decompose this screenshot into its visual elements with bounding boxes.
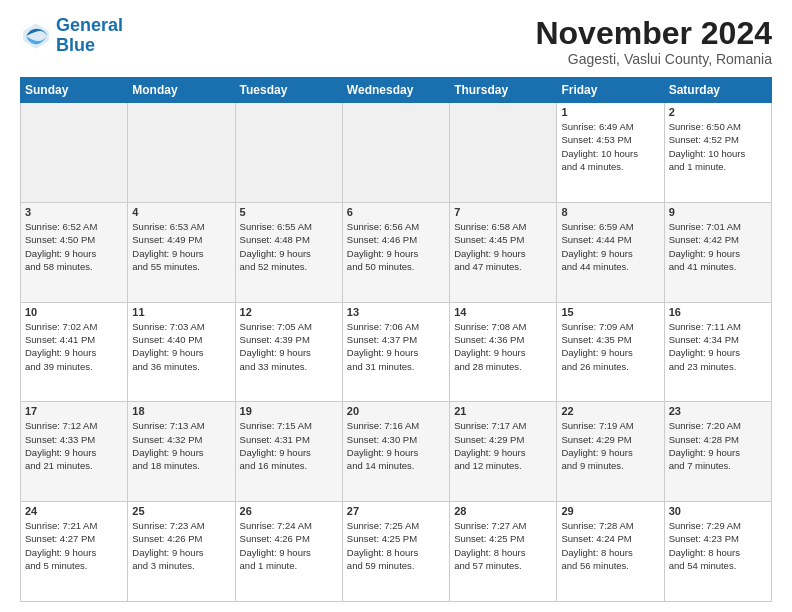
calendar-cell: 1Sunrise: 6:49 AM Sunset: 4:53 PM Daylig… [557,103,664,203]
day-info: Sunrise: 7:11 AM Sunset: 4:34 PM Dayligh… [669,320,767,373]
day-number: 26 [240,505,338,517]
calendar-cell [342,103,449,203]
day-info: Sunrise: 7:23 AM Sunset: 4:26 PM Dayligh… [132,519,230,572]
day-number: 30 [669,505,767,517]
day-number: 7 [454,206,552,218]
day-number: 15 [561,306,659,318]
header: General Blue November 2024 Gagesti, Vasl… [20,16,772,67]
day-info: Sunrise: 6:58 AM Sunset: 4:45 PM Dayligh… [454,220,552,273]
calendar-cell: 2Sunrise: 6:50 AM Sunset: 4:52 PM Daylig… [664,103,771,203]
month-title: November 2024 [535,16,772,51]
day-number: 11 [132,306,230,318]
calendar-week-5: 24Sunrise: 7:21 AM Sunset: 4:27 PM Dayli… [21,502,772,602]
day-info: Sunrise: 7:28 AM Sunset: 4:24 PM Dayligh… [561,519,659,572]
day-info: Sunrise: 6:53 AM Sunset: 4:49 PM Dayligh… [132,220,230,273]
page: General Blue November 2024 Gagesti, Vasl… [0,0,792,612]
title-block: November 2024 Gagesti, Vaslui County, Ro… [535,16,772,67]
day-number: 3 [25,206,123,218]
day-number: 12 [240,306,338,318]
calendar-cell [128,103,235,203]
day-number: 8 [561,206,659,218]
day-info: Sunrise: 7:19 AM Sunset: 4:29 PM Dayligh… [561,419,659,472]
day-number: 5 [240,206,338,218]
calendar-cell: 5Sunrise: 6:55 AM Sunset: 4:48 PM Daylig… [235,202,342,302]
day-info: Sunrise: 6:49 AM Sunset: 4:53 PM Dayligh… [561,120,659,173]
day-info: Sunrise: 7:08 AM Sunset: 4:36 PM Dayligh… [454,320,552,373]
calendar-cell: 27Sunrise: 7:25 AM Sunset: 4:25 PM Dayli… [342,502,449,602]
calendar-cell: 23Sunrise: 7:20 AM Sunset: 4:28 PM Dayli… [664,402,771,502]
day-number: 13 [347,306,445,318]
calendar-cell: 13Sunrise: 7:06 AM Sunset: 4:37 PM Dayli… [342,302,449,402]
logo-text: General Blue [56,16,123,56]
calendar-cell: 29Sunrise: 7:28 AM Sunset: 4:24 PM Dayli… [557,502,664,602]
calendar-cell [450,103,557,203]
day-number: 2 [669,106,767,118]
day-info: Sunrise: 7:17 AM Sunset: 4:29 PM Dayligh… [454,419,552,472]
col-thursday: Thursday [450,78,557,103]
day-info: Sunrise: 7:21 AM Sunset: 4:27 PM Dayligh… [25,519,123,572]
day-info: Sunrise: 7:02 AM Sunset: 4:41 PM Dayligh… [25,320,123,373]
logo-icon [20,20,52,52]
calendar-week-2: 3Sunrise: 6:52 AM Sunset: 4:50 PM Daylig… [21,202,772,302]
calendar-cell: 24Sunrise: 7:21 AM Sunset: 4:27 PM Dayli… [21,502,128,602]
calendar-header-row: Sunday Monday Tuesday Wednesday Thursday… [21,78,772,103]
day-info: Sunrise: 7:15 AM Sunset: 4:31 PM Dayligh… [240,419,338,472]
svg-marker-0 [23,23,49,49]
calendar-cell: 4Sunrise: 6:53 AM Sunset: 4:49 PM Daylig… [128,202,235,302]
day-info: Sunrise: 7:01 AM Sunset: 4:42 PM Dayligh… [669,220,767,273]
calendar-cell: 19Sunrise: 7:15 AM Sunset: 4:31 PM Dayli… [235,402,342,502]
day-number: 29 [561,505,659,517]
calendar-cell: 7Sunrise: 6:58 AM Sunset: 4:45 PM Daylig… [450,202,557,302]
day-number: 18 [132,405,230,417]
calendar-week-4: 17Sunrise: 7:12 AM Sunset: 4:33 PM Dayli… [21,402,772,502]
day-number: 4 [132,206,230,218]
day-number: 1 [561,106,659,118]
day-number: 21 [454,405,552,417]
calendar-cell: 22Sunrise: 7:19 AM Sunset: 4:29 PM Dayli… [557,402,664,502]
day-number: 9 [669,206,767,218]
calendar-cell: 20Sunrise: 7:16 AM Sunset: 4:30 PM Dayli… [342,402,449,502]
calendar-cell: 9Sunrise: 7:01 AM Sunset: 4:42 PM Daylig… [664,202,771,302]
calendar-cell [235,103,342,203]
day-info: Sunrise: 7:06 AM Sunset: 4:37 PM Dayligh… [347,320,445,373]
col-tuesday: Tuesday [235,78,342,103]
col-saturday: Saturday [664,78,771,103]
day-info: Sunrise: 7:27 AM Sunset: 4:25 PM Dayligh… [454,519,552,572]
day-info: Sunrise: 7:16 AM Sunset: 4:30 PM Dayligh… [347,419,445,472]
day-number: 16 [669,306,767,318]
day-info: Sunrise: 7:25 AM Sunset: 4:25 PM Dayligh… [347,519,445,572]
calendar-cell: 8Sunrise: 6:59 AM Sunset: 4:44 PM Daylig… [557,202,664,302]
calendar-cell: 28Sunrise: 7:27 AM Sunset: 4:25 PM Dayli… [450,502,557,602]
logo-line2: Blue [56,36,123,56]
day-number: 6 [347,206,445,218]
logo-line1: General [56,15,123,35]
col-monday: Monday [128,78,235,103]
day-number: 19 [240,405,338,417]
calendar-cell: 18Sunrise: 7:13 AM Sunset: 4:32 PM Dayli… [128,402,235,502]
day-number: 14 [454,306,552,318]
day-number: 28 [454,505,552,517]
calendar-cell: 14Sunrise: 7:08 AM Sunset: 4:36 PM Dayli… [450,302,557,402]
calendar-cell: 15Sunrise: 7:09 AM Sunset: 4:35 PM Dayli… [557,302,664,402]
calendar-cell: 21Sunrise: 7:17 AM Sunset: 4:29 PM Dayli… [450,402,557,502]
calendar-cell [21,103,128,203]
calendar-cell: 25Sunrise: 7:23 AM Sunset: 4:26 PM Dayli… [128,502,235,602]
day-info: Sunrise: 7:05 AM Sunset: 4:39 PM Dayligh… [240,320,338,373]
day-number: 27 [347,505,445,517]
col-wednesday: Wednesday [342,78,449,103]
logo: General Blue [20,16,123,56]
day-number: 24 [25,505,123,517]
calendar-cell: 17Sunrise: 7:12 AM Sunset: 4:33 PM Dayli… [21,402,128,502]
day-number: 17 [25,405,123,417]
location: Gagesti, Vaslui County, Romania [535,51,772,67]
day-number: 23 [669,405,767,417]
day-info: Sunrise: 6:50 AM Sunset: 4:52 PM Dayligh… [669,120,767,173]
calendar-week-1: 1Sunrise: 6:49 AM Sunset: 4:53 PM Daylig… [21,103,772,203]
day-number: 25 [132,505,230,517]
day-info: Sunrise: 6:59 AM Sunset: 4:44 PM Dayligh… [561,220,659,273]
day-info: Sunrise: 6:52 AM Sunset: 4:50 PM Dayligh… [25,220,123,273]
calendar-cell: 26Sunrise: 7:24 AM Sunset: 4:26 PM Dayli… [235,502,342,602]
calendar-cell: 16Sunrise: 7:11 AM Sunset: 4:34 PM Dayli… [664,302,771,402]
day-info: Sunrise: 6:56 AM Sunset: 4:46 PM Dayligh… [347,220,445,273]
calendar-cell: 30Sunrise: 7:29 AM Sunset: 4:23 PM Dayli… [664,502,771,602]
